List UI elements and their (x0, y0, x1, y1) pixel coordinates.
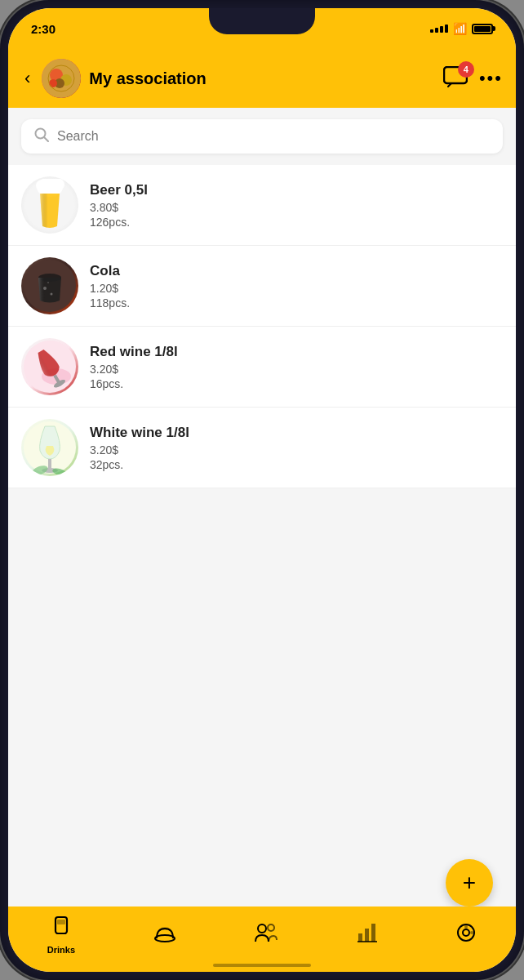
notification-badge: 4 (458, 61, 474, 78)
empty-area (8, 488, 516, 668)
svg-point-29 (161, 927, 169, 930)
item-image-whitewine (21, 419, 78, 476)
status-time: 2:30 (31, 22, 56, 36)
screen: 2:30 📶 ‹ (8, 8, 516, 972)
search-container (8, 108, 516, 165)
svg-point-15 (50, 292, 52, 295)
back-button[interactable]: ‹ (21, 65, 33, 92)
page-title: My association (89, 69, 435, 88)
svg-rect-33 (365, 929, 369, 942)
item-name: Cola (90, 263, 503, 279)
item-image-redwine (21, 338, 78, 395)
item-price: 3.20$ (90, 363, 503, 376)
list-item[interactable]: White wine 1/8l 3.20$ 32pcs. (8, 408, 516, 488)
item-price: 3.20$ (90, 443, 503, 457)
item-info: Cola 1.20$ 118pcs. (90, 263, 503, 310)
svg-point-14 (43, 287, 47, 290)
item-stock: 126pcs. (90, 216, 503, 229)
list-item[interactable]: Red wine 1/8l 3.20$ 16pcs. (8, 327, 516, 408)
svg-rect-32 (358, 933, 362, 942)
list-item[interactable]: Cola 1.20$ 118pcs. (8, 246, 516, 327)
notification-button[interactable]: 4 (443, 66, 468, 91)
content-area: Beer 0,5l 3.80$ 126pcs. (8, 108, 516, 906)
battery-icon (472, 24, 493, 34)
wifi-icon: 📶 (453, 22, 467, 35)
add-item-button[interactable]: + (446, 859, 493, 906)
notch (209, 8, 315, 34)
phone-frame: 2:30 📶 ‹ (0, 0, 524, 980)
signal-icon (430, 24, 448, 33)
item-image-beer (21, 176, 78, 234)
items-list: Beer 0,5l 3.80$ 126pcs. (8, 165, 516, 488)
item-price: 1.20$ (90, 282, 503, 295)
svg-point-31 (268, 924, 274, 931)
svg-point-30 (258, 924, 266, 933)
header-actions: 4 ••• (443, 66, 503, 91)
svg-point-16 (47, 282, 49, 283)
item-name: Red wine 1/8l (90, 344, 503, 360)
item-stock: 16pcs. (90, 377, 503, 390)
nav-item-drinks[interactable]: Drinks (38, 912, 85, 958)
avatar-image (42, 59, 81, 98)
svg-rect-27 (57, 920, 65, 924)
svg-point-39 (464, 925, 468, 929)
svg-point-28 (155, 935, 175, 942)
drinks-icon (51, 915, 72, 942)
item-info: Beer 0,5l 3.80$ 126pcs. (90, 182, 503, 229)
item-info: Red wine 1/8l 3.20$ 16pcs. (90, 344, 503, 390)
svg-line-8 (44, 137, 48, 141)
bottom-navigation: Drinks (8, 906, 516, 972)
nav-item-food[interactable] (144, 919, 186, 951)
status-icons: 📶 (430, 22, 493, 35)
more-button[interactable]: ••• (479, 68, 503, 89)
item-price: 3.80$ (90, 201, 503, 214)
list-item[interactable]: Beer 0,5l 3.80$ 126pcs. (8, 165, 516, 246)
item-name: Beer 0,5l (90, 182, 503, 198)
home-indicator (213, 964, 311, 967)
search-icon (34, 127, 49, 145)
nav-item-stats[interactable] (347, 919, 388, 951)
nav-label-drinks: Drinks (47, 945, 75, 955)
settings-icon (455, 922, 477, 948)
item-stock: 32pcs. (90, 458, 503, 471)
item-image-cola (21, 257, 78, 314)
status-bar: 2:30 📶 (8, 8, 516, 49)
avatar[interactable] (42, 59, 81, 98)
header: ‹ My association (8, 49, 516, 108)
svg-point-37 (463, 929, 469, 936)
item-info: White wine 1/8l 3.20$ 32pcs. (90, 425, 503, 471)
food-icon (153, 922, 176, 948)
item-stock: 118pcs. (90, 296, 503, 310)
members-icon (254, 922, 278, 948)
stats-icon (357, 922, 378, 948)
svg-rect-34 (371, 924, 375, 942)
item-name: White wine 1/8l (90, 425, 503, 441)
search-box (21, 119, 503, 154)
search-input[interactable] (57, 129, 490, 144)
nav-item-members[interactable] (244, 919, 288, 951)
svg-point-38 (470, 931, 473, 934)
svg-point-10 (36, 180, 49, 191)
nav-item-settings[interactable] (446, 919, 486, 951)
